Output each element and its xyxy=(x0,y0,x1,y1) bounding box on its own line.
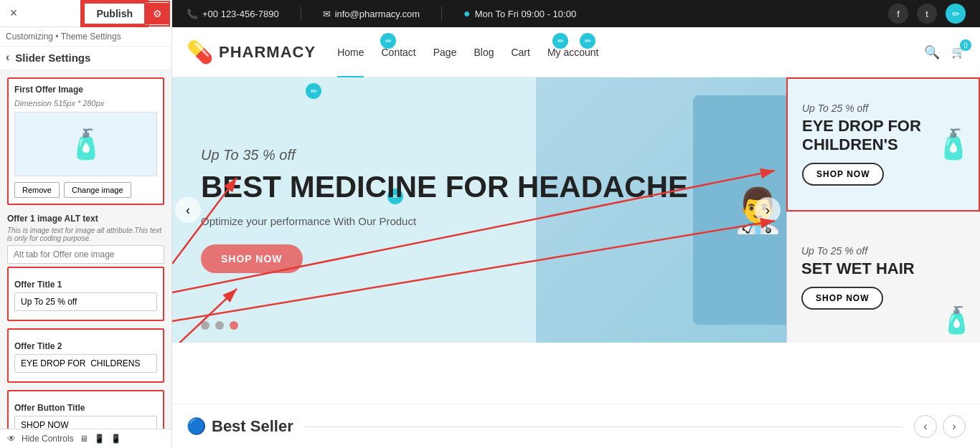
gear-button[interactable]: ⚙ xyxy=(146,3,169,24)
nav-contact[interactable]: Contact xyxy=(381,47,415,58)
hero-wrapper: ✏ ✏ Up To 35 % off BEST MEDICINE FOR HEA… xyxy=(172,77,980,404)
offer-top-shop-button[interactable]: SHOP NOW xyxy=(802,163,884,186)
back-arrow[interactable]: ‹ xyxy=(6,51,9,64)
edit-social-icon[interactable]: ✏ xyxy=(946,4,966,24)
dot-1[interactable] xyxy=(201,321,209,330)
offer-bottom-tube-icon: 🧴 xyxy=(941,305,973,335)
monitor-icon: 🖥 xyxy=(80,434,88,444)
alt-text-section: Offer 1 image ALT text This is image tex… xyxy=(7,214,164,267)
best-seller-title: 🔵 Best Seller xyxy=(187,417,293,436)
offer-bottom-title: SET WET HAIR xyxy=(801,259,966,278)
sidebar-scroll: First Offer Image Dimension 515px * 280p… xyxy=(0,70,171,429)
offers-panel: Up To 25 % off EYE DROP FOR CHILDREN'S S… xyxy=(786,77,980,343)
cart-count: 0 xyxy=(960,39,971,51)
offer-title2-section: Offer Title 2 xyxy=(7,328,164,383)
clock-icon: ● xyxy=(463,7,471,20)
hero-dots xyxy=(201,321,238,330)
offer-button-section: Offer Button Title xyxy=(7,390,164,429)
offer-top-subtitle: Up To 25 % off xyxy=(802,103,964,114)
sidebar: × Publish ⚙ Customizing • Theme Settings… xyxy=(0,0,172,448)
alt-text-desc: This is image text for image alt attribu… xyxy=(7,227,164,242)
best-seller-section: 🔵 Best Seller ‹ › xyxy=(172,404,980,448)
logo-icon: 💊 xyxy=(187,39,213,65)
hero-section: ✏ ✏ Up To 35 % off BEST MEDICINE FOR HEA… xyxy=(172,77,980,343)
phone-number: +00 123-456-7890 xyxy=(202,9,279,19)
publish-button[interactable]: Publish xyxy=(83,2,146,25)
offer-card-bottom: Up To 25 % off SET WET HAIR SHOP NOW 🧴 xyxy=(786,211,980,343)
close-button[interactable]: × xyxy=(0,0,27,27)
email-item: ✉ info@pharmacy.com xyxy=(323,9,420,19)
email-address: info@pharmacy.com xyxy=(335,9,420,19)
dot-3[interactable] xyxy=(230,321,238,330)
hero-prev-arrow[interactable]: ‹ xyxy=(175,197,201,223)
remove-image-button[interactable]: Remove xyxy=(14,182,60,198)
alt-text-input[interactable] xyxy=(7,245,164,264)
nav-right: 🔍 🛒 0 xyxy=(924,44,966,60)
edit-dot-nav1[interactable]: ✏ xyxy=(552,33,568,49)
nav-home[interactable]: Home xyxy=(337,47,364,58)
main-content: 📞 +00 123-456-7890 ✉ info@pharmacy.com ●… xyxy=(172,0,980,448)
offer-title1-section: Offer Title 1 xyxy=(7,267,164,321)
change-image-button[interactable]: Change image xyxy=(64,182,131,198)
phone-icon: 📞 xyxy=(187,9,198,19)
alt-text-label: Offer 1 image ALT text xyxy=(7,214,164,224)
offer-button-label: Offer Button Title xyxy=(14,403,157,413)
search-icon[interactable]: 🔍 xyxy=(924,44,940,60)
hide-controls-button[interactable]: 👁 Hide Controls 🖥 📱 📱 xyxy=(0,429,171,448)
image-btn-row: Remove Change image xyxy=(14,182,157,198)
offer-card-top: Up To 25 % off EYE DROP FOR CHILDREN'S S… xyxy=(786,77,980,211)
nav-bar: ✏ 💊 PHARMACY Home Contact Page Blog Cart… xyxy=(172,27,980,77)
best-seller-icon: 🔵 xyxy=(187,417,206,436)
logo-area: 💊 PHARMACY xyxy=(187,39,316,65)
hide-controls-label: Hide Controls xyxy=(22,434,74,444)
dimension-label: Dimension 515px * 280px xyxy=(14,99,157,108)
social-links: f t ✏ xyxy=(888,4,966,24)
tablet-icon: 📱 xyxy=(94,434,105,444)
best-seller-line xyxy=(305,426,903,427)
first-offer-image-label: First Offer Image xyxy=(14,85,157,95)
sidebar-title: ‹ Slider Settings xyxy=(0,47,171,70)
edit-dot-nav2[interactable]: ✏ xyxy=(580,33,595,49)
sidebar-header: × Publish ⚙ xyxy=(0,0,171,27)
best-seller-arrows: ‹ › xyxy=(914,415,966,438)
hours-item: ● Mon To Fri 09:00 - 10:00 xyxy=(463,7,576,20)
phone-item: 📞 +00 123-456-7890 xyxy=(187,9,279,19)
nav-blog[interactable]: Blog xyxy=(473,47,494,58)
offer-title2-label: Offer Title 2 xyxy=(14,341,157,351)
twitter-icon[interactable]: t xyxy=(917,4,937,24)
offer-bottom-shop-button[interactable]: SHOP NOW xyxy=(801,287,883,310)
offer-bottom-subtitle: Up To 25 % off xyxy=(801,245,966,257)
offer-title2-input[interactable] xyxy=(14,354,157,373)
nav-cart[interactable]: Cart xyxy=(511,47,529,58)
slider-settings-label: Slider Settings xyxy=(15,52,90,64)
facebook-icon[interactable]: f xyxy=(888,4,908,24)
mobile-icon: 📱 xyxy=(110,434,121,444)
publish-area: Publish ⚙ xyxy=(83,2,169,25)
best-seller-text: Best Seller xyxy=(212,417,293,436)
email-icon: ✉ xyxy=(323,9,331,19)
cart-badge[interactable]: 🛒 0 xyxy=(951,45,966,59)
divider-1 xyxy=(301,6,301,21)
divider-2 xyxy=(441,6,442,21)
dot-2[interactable] xyxy=(215,321,224,330)
best-seller-prev[interactable]: ‹ xyxy=(914,415,937,438)
hero-next-arrow[interactable]: › xyxy=(755,197,781,223)
offer-button-input[interactable] xyxy=(14,416,157,429)
image-preview: 🧴 xyxy=(14,112,157,176)
nav-page[interactable]: Page xyxy=(433,47,457,58)
bottle-icon: 🧴 xyxy=(68,128,104,161)
eye-icon: 👁 xyxy=(7,434,16,444)
business-hours: Mon To Fri 09:00 - 10:00 xyxy=(475,9,576,19)
breadcrumb: Customizing • Theme Settings xyxy=(0,27,171,47)
hero-shop-now-button[interactable]: SHOP NOW xyxy=(201,244,303,273)
logo-text: PHARMACY xyxy=(219,43,316,62)
best-seller-next[interactable]: › xyxy=(943,415,966,438)
offer-top-bottle-icon: 🧴 xyxy=(936,128,971,161)
offer-title1-input[interactable] xyxy=(14,292,157,311)
offer-title1-label: Offer Title 1 xyxy=(14,280,157,290)
top-bar: 📞 +00 123-456-7890 ✉ info@pharmacy.com ●… xyxy=(172,0,980,27)
first-offer-image-section: First Offer Image Dimension 515px * 280p… xyxy=(7,77,164,205)
